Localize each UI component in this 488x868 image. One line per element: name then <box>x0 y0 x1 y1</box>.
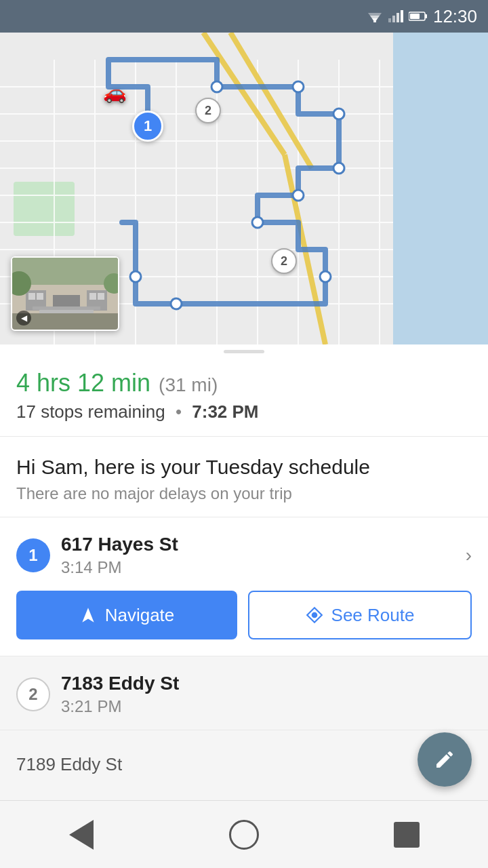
street-view-thumbnail[interactable]: ◀ <box>11 256 119 331</box>
stop-item-2: 2 7183 Eddy St 3:21 PM <box>0 656 488 730</box>
svg-rect-48 <box>89 293 96 300</box>
thumbnail-nav-arrow: ◀ <box>16 311 31 326</box>
svg-rect-5 <box>392 16 395 22</box>
svg-rect-6 <box>396 13 399 22</box>
stop-1-address: 617 Hayes St <box>61 534 455 555</box>
svg-rect-46 <box>28 293 35 300</box>
partial-content: 7189 Eddy St <box>16 744 472 785</box>
stop-1-actions: Navigate See Route <box>16 591 472 656</box>
stop-marker-1: 1 <box>132 111 163 142</box>
svg-point-35 <box>333 163 344 174</box>
stop-1-time: 3:14 PM <box>61 558 455 577</box>
stops-text: 17 stops remaining <box>16 401 165 422</box>
stop-button[interactable] <box>386 814 427 855</box>
navigate-button[interactable]: Navigate <box>16 591 237 639</box>
stop-item-partial: 7189 Eddy St <box>0 730 488 785</box>
stop-1-header: 1 617 Hayes St 3:14 PM › <box>16 534 472 577</box>
schedule-header: Hi Sam, here is your Tuesday schedule Th… <box>0 437 488 517</box>
trip-stops-row: 17 stops remaining • 7:32 PM <box>16 401 472 422</box>
stop-marker-2b: 2 <box>271 248 297 274</box>
status-time: 12:30 <box>433 6 477 27</box>
schedule-subtitle: There are no major delays on your trip <box>16 484 472 503</box>
stop-2-header: 2 7183 Eddy St 3:21 PM <box>16 673 472 716</box>
svg-rect-9 <box>425 14 427 18</box>
stop-2-address: 7183 Eddy St <box>61 673 472 694</box>
svg-rect-47 <box>37 293 43 300</box>
wifi-icon <box>367 10 383 22</box>
edit-icon <box>434 749 455 770</box>
home-button[interactable] <box>224 814 264 855</box>
stop-2-time: 3:21 PM <box>61 697 472 716</box>
map-container[interactable]: 🚗 1 2 2 <box>0 33 488 344</box>
stop-2-info: 7183 Eddy St 3:21 PM <box>61 673 472 716</box>
svg-point-38 <box>320 271 331 282</box>
see-route-icon <box>306 606 323 624</box>
stops-separator: • <box>176 401 182 422</box>
stop-1-chevron[interactable]: › <box>466 545 472 566</box>
svg-point-36 <box>293 190 304 201</box>
thumbnail-house-image <box>12 258 118 312</box>
trip-time-row: 4 hrs 12 min (31 mi) <box>16 369 472 397</box>
trip-duration: 4 hrs 12 min <box>16 369 150 397</box>
svg-point-39 <box>130 271 141 282</box>
fab-edit-button[interactable] <box>418 732 472 787</box>
svg-rect-10 <box>410 14 420 19</box>
navigate-icon <box>79 606 97 624</box>
svg-point-34 <box>333 108 344 119</box>
stop-icon <box>394 822 420 848</box>
trip-distance: (31 mi) <box>159 374 218 396</box>
svg-rect-7 <box>401 10 403 22</box>
svg-rect-50 <box>33 307 100 310</box>
trip-info-panel: 4 hrs 12 min (31 mi) 17 stops remaining … <box>0 358 488 437</box>
svg-point-37 <box>252 217 263 228</box>
svg-rect-4 <box>388 18 391 22</box>
svg-point-33 <box>293 81 304 92</box>
battery-icon <box>409 11 428 22</box>
svg-point-40 <box>171 298 182 309</box>
back-button[interactable] <box>61 814 102 855</box>
svg-rect-51 <box>39 310 94 313</box>
signal-icon <box>388 10 403 22</box>
home-icon <box>229 820 259 850</box>
svg-point-32 <box>211 81 222 92</box>
drag-handle-bar <box>224 350 264 353</box>
svg-rect-49 <box>98 293 104 300</box>
partial-stop-address: 7189 Eddy St <box>16 754 122 775</box>
drag-handle[interactable] <box>0 344 488 358</box>
arrival-time: 7:32 PM <box>192 401 258 422</box>
navigation-bar <box>0 800 488 868</box>
svg-point-56 <box>312 613 317 618</box>
status-icons: 12:30 <box>367 6 477 27</box>
schedule-greeting: Hi Sam, here is your Tuesday schedule <box>16 456 472 479</box>
stop-1-number: 1 <box>16 538 50 572</box>
back-icon <box>69 820 94 850</box>
stop-item-1: 1 617 Hayes St 3:14 PM › Navigate See Ro… <box>0 517 488 656</box>
stop-2-number: 2 <box>16 677 50 711</box>
see-route-button[interactable]: See Route <box>248 591 472 639</box>
stop-marker-2a: 2 <box>195 98 221 123</box>
svg-marker-54 <box>82 608 94 623</box>
status-bar: 12:30 <box>0 0 488 33</box>
stop-1-info: 617 Hayes St 3:14 PM <box>61 534 455 577</box>
car-icon: 🚗 <box>103 81 127 104</box>
